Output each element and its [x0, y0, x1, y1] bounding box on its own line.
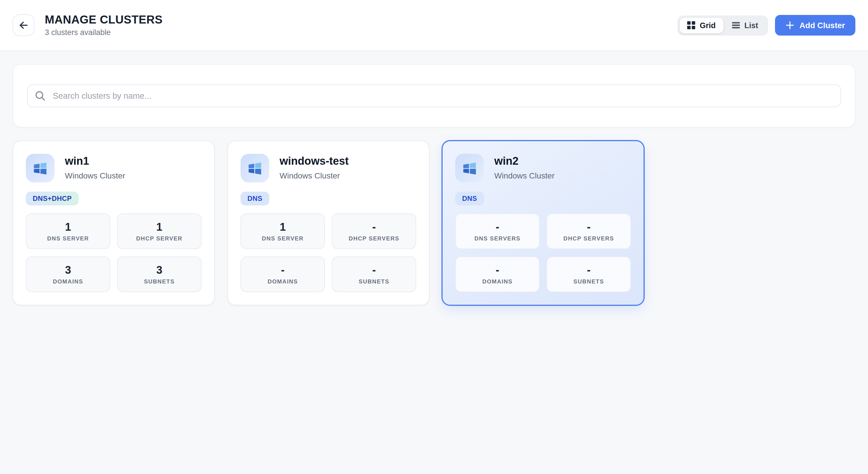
- cluster-card-header: win2 Windows Cluster: [455, 154, 631, 183]
- cluster-name: windows-test: [280, 156, 349, 167]
- cluster-stats: -DNS SERVERS -DHCP SERVERS -DOMAINS -SUB…: [455, 214, 631, 292]
- stat-label: SUBNETS: [359, 279, 390, 284]
- search-box: [27, 84, 841, 107]
- add-cluster-button[interactable]: Add Cluster: [775, 15, 856, 36]
- stat-box: 3SUBNETS: [117, 256, 202, 292]
- windows-logo-icon: [455, 154, 484, 183]
- stat-box: 1DHCP SERVER: [117, 214, 202, 249]
- stat-label: SUBNETS: [574, 279, 604, 284]
- list-icon: [732, 21, 740, 29]
- back-button[interactable]: [12, 14, 34, 36]
- stat-label: SUBNETS: [144, 279, 175, 284]
- stat-label: DNS SERVER: [47, 235, 89, 241]
- page-title: MANAGE CLUSTERS: [45, 14, 162, 26]
- stat-box: -SUBNETS: [547, 256, 631, 292]
- grid-view-button[interactable]: Grid: [680, 18, 723, 33]
- search-panel: [12, 64, 856, 127]
- windows-logo-icon: [241, 154, 269, 183]
- cluster-services-badge: DNS: [241, 192, 269, 206]
- stat-value: -: [587, 264, 591, 275]
- stat-value: 1: [280, 221, 286, 232]
- stat-label: DOMAINS: [482, 279, 513, 284]
- manage-clusters-page: MANAGE CLUSTERS 3 clusters available Gri…: [0, 0, 868, 474]
- cluster-name: win2: [494, 156, 555, 167]
- stat-box: -DHCP SERVERS: [547, 214, 631, 249]
- list-view-button[interactable]: List: [724, 18, 766, 33]
- header-actions: Grid List Add Cluster: [677, 15, 856, 36]
- page-header: MANAGE CLUSTERS 3 clusters available Gri…: [0, 0, 868, 51]
- stat-label: DOMAINS: [268, 279, 298, 284]
- clusters-grid: win1 Windows Cluster DNS+DHCP 1DNS SERVE…: [0, 127, 868, 318]
- search-icon: [35, 91, 45, 101]
- stat-box: -DOMAINS: [455, 256, 539, 292]
- list-view-label: List: [744, 21, 758, 30]
- stat-box: -SUBNETS: [332, 256, 416, 292]
- stat-box: 1DNS SERVER: [26, 214, 110, 249]
- cluster-type: Windows Cluster: [494, 171, 555, 181]
- stat-box: -DNS SERVERS: [455, 214, 539, 249]
- stat-value: -: [372, 221, 376, 232]
- view-toggle: Grid List: [677, 15, 768, 35]
- cluster-title-block: windows-test Windows Cluster: [280, 154, 349, 181]
- stat-value: -: [281, 264, 285, 275]
- windows-logo-icon: [26, 154, 55, 183]
- stat-value: -: [496, 264, 499, 275]
- cluster-card-windows-test[interactable]: windows-test Windows Cluster DNS 1DNS SE…: [227, 140, 429, 305]
- stat-value: 3: [156, 264, 162, 275]
- cluster-type: Windows Cluster: [280, 171, 349, 181]
- cluster-card-header: windows-test Windows Cluster: [241, 154, 416, 183]
- stat-label: DOMAINS: [53, 279, 83, 284]
- stat-value: 1: [156, 221, 162, 232]
- cluster-title-block: win1 Windows Cluster: [65, 154, 125, 181]
- cluster-title-block: win2 Windows Cluster: [494, 154, 555, 181]
- stat-box: -DOMAINS: [241, 256, 325, 292]
- cluster-type: Windows Cluster: [65, 171, 125, 181]
- stat-value: -: [496, 221, 499, 232]
- arrow-left-icon: [19, 20, 29, 30]
- cluster-name: win1: [65, 156, 125, 167]
- stat-label: DHCP SERVERS: [349, 235, 399, 241]
- stat-label: DHCP SERVER: [136, 235, 182, 241]
- stat-value: 1: [65, 221, 71, 232]
- stat-label: DNS SERVERS: [474, 235, 521, 241]
- cluster-stats: 1DNS SERVER -DHCP SERVERS -DOMAINS -SUBN…: [241, 214, 416, 292]
- stat-value: -: [587, 221, 591, 232]
- title-block: MANAGE CLUSTERS 3 clusters available: [45, 14, 162, 37]
- stat-box: 1DNS SERVER: [241, 214, 325, 249]
- cluster-services-badge: DNS: [455, 192, 484, 206]
- stat-label: DNS SERVER: [262, 235, 304, 241]
- cluster-card-win2[interactable]: win2 Windows Cluster DNS -DNS SERVERS -D…: [442, 140, 644, 305]
- stat-value: -: [372, 264, 376, 275]
- stat-value: 3: [65, 264, 71, 275]
- cluster-stats: 1DNS SERVER 1DHCP SERVER 3DOMAINS 3SUBNE…: [26, 214, 202, 292]
- add-cluster-label: Add Cluster: [799, 21, 845, 30]
- cluster-card-header: win1 Windows Cluster: [26, 154, 202, 183]
- grid-icon: [687, 21, 695, 29]
- stat-label: DHCP SERVERS: [563, 235, 614, 241]
- page-subtitle: 3 clusters available: [45, 29, 162, 37]
- plus-icon: [785, 21, 794, 30]
- cluster-card-win1[interactable]: win1 Windows Cluster DNS+DHCP 1DNS SERVE…: [12, 140, 215, 305]
- search-input[interactable]: [27, 84, 841, 107]
- stat-box: 3DOMAINS: [26, 256, 110, 292]
- grid-view-label: Grid: [700, 21, 716, 30]
- stat-box: -DHCP SERVERS: [332, 214, 416, 249]
- cluster-services-badge: DNS+DHCP: [26, 192, 79, 206]
